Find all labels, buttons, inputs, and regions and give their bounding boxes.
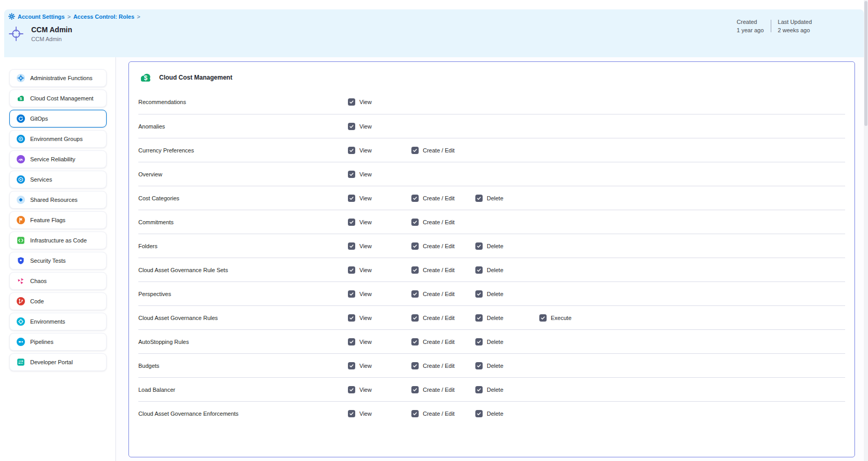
sidebar-item-environment-groups[interactable]: Environment Groups [9,130,107,148]
checkbox-label: View [359,171,372,177]
checkbox-label: View [359,339,372,345]
view-checkbox[interactable] [348,123,355,130]
delete-checkbox[interactable] [475,314,483,322]
permission-row-cost-categories: Cost Categories View Create / Edit Delet… [138,186,845,210]
create-edit-checkbox[interactable] [411,314,419,322]
services-icon [17,175,25,184]
permission-row-commitments: Commitments View Create / Edit [138,210,845,234]
permission-row-budgets: Budgets View Create / Edit Delete [138,353,845,377]
checkbox-label: Create / Edit [423,195,455,201]
sidebar-item-cloud-cost-management[interactable]: $ Cloud Cost Management [9,89,107,107]
sidebar-item-label: Chaos [30,278,47,284]
delete-checkbox[interactable] [475,290,483,298]
sidebar-item-chaos[interactable]: Chaos [9,272,107,290]
scrollbar-thumb[interactable] [864,1,867,126]
create-edit-checkbox[interactable] [411,362,419,369]
checkbox-label: Create / Edit [423,411,455,417]
permission-cell-create-edit: Create / Edit [411,147,475,154]
view-checkbox[interactable] [348,266,355,274]
sidebar-item-label: Administrative Functions [30,75,93,81]
page: Account Settings > Access Control: Roles… [0,0,868,461]
execute-checkbox[interactable] [539,314,547,322]
sidebar-item-services[interactable]: Services [9,171,107,188]
sidebar-item-label: Services [30,176,52,183]
sidebar-item-shared-resources[interactable]: Shared Resources [9,191,107,209]
sidebar-item-label: Cloud Cost Management [30,95,94,101]
create-edit-checkbox[interactable] [411,195,419,202]
view-checkbox[interactable] [348,171,355,178]
resource-label: Budgets [138,363,348,369]
checkbox-label: Delete [487,195,503,201]
permission-cell-view: View [348,98,411,106]
permission-cell-view: View [348,386,411,393]
permission-cell-delete: Delete [475,410,539,417]
role-header: CCM Admin CCM Admin [8,25,72,42]
permission-cell-view: View [348,290,411,298]
view-checkbox[interactable] [348,338,355,345]
permission-cell-create-edit: Create / Edit [411,338,475,345]
sidebar-item-label: Developer Portal [30,359,73,365]
sidebar-item-developer-portal[interactable]: Developer Portal [9,353,107,371]
resource-label: Perspectives [138,291,348,297]
delete-checkbox[interactable] [475,195,483,202]
view-checkbox[interactable] [348,98,355,106]
create-edit-checkbox[interactable] [411,242,419,250]
checkbox-label: Create / Edit [423,219,455,225]
admin-functions-icon [17,74,25,82]
checkbox-label: View [359,123,372,130]
create-edit-checkbox[interactable] [411,386,419,393]
delete-checkbox[interactable] [475,266,483,274]
view-checkbox[interactable] [348,195,355,202]
created-label: Created [737,19,764,25]
create-edit-checkbox[interactable] [411,147,419,154]
checkbox-label: Create / Edit [423,291,455,297]
view-checkbox[interactable] [348,242,355,250]
view-checkbox[interactable] [348,219,355,226]
page-title: CCM Admin [31,25,72,34]
sidebar-item-environments[interactable]: Environments [9,313,107,330]
checkbox-label: View [359,147,372,153]
checkbox-label: Delete [487,339,503,345]
delete-checkbox[interactable] [475,386,483,393]
sidebar-item-pipelines[interactable]: Pipelines [9,333,107,351]
sidebar-item-label: Pipelines [30,339,54,345]
page-scrollbar[interactable] [864,0,868,461]
permissions-section-title: Cloud Cost Management [159,74,232,81]
view-checkbox[interactable] [348,147,355,154]
view-checkbox[interactable] [348,362,355,369]
checkbox-label: Create / Edit [423,315,455,321]
role-crosshair-icon [8,25,24,42]
sidebar-item-gitops[interactable]: GitOps [9,110,107,127]
view-checkbox[interactable] [348,290,355,298]
security-tests-icon [17,257,25,265]
view-checkbox[interactable] [348,314,355,322]
create-edit-checkbox[interactable] [411,219,419,226]
checkbox-label: Create / Edit [423,267,455,273]
view-checkbox[interactable] [348,410,355,417]
breadcrumb-account-settings[interactable]: Account Settings [18,14,64,20]
sidebar-item-feature-flags[interactable]: Feature Flags [9,211,107,229]
create-edit-checkbox[interactable] [411,266,419,274]
delete-checkbox[interactable] [475,410,483,417]
module-sidebar: Administrative Functions $ Cloud Cost Ma… [4,57,116,461]
sidebar-item-infrastructure-as-code[interactable]: Infrastructure as Code [9,232,107,249]
checkbox-label: View [359,387,372,393]
sidebar-item-service-reliability[interactable]: Service Reliability [9,150,107,168]
delete-checkbox[interactable] [475,362,483,369]
breadcrumb: Account Settings > Access Control: Roles… [8,13,140,20]
sidebar-item-label: Environment Groups [30,136,83,142]
create-edit-checkbox[interactable] [411,290,419,298]
code-icon [17,297,25,305]
resource-label: Folders [138,243,348,249]
sidebar-item-code[interactable]: Code [9,292,107,310]
sidebar-item-security-tests[interactable]: Security Tests [9,252,107,270]
create-edit-checkbox[interactable] [411,338,419,345]
sidebar-item-label: Security Tests [30,258,66,264]
checkbox-label: View [359,219,372,225]
breadcrumb-access-control-roles[interactable]: Access Control: Roles [73,14,134,20]
sidebar-item-administrative-functions[interactable]: Administrative Functions [9,69,107,87]
view-checkbox[interactable] [348,386,355,393]
delete-checkbox[interactable] [475,338,483,345]
create-edit-checkbox[interactable] [411,410,419,417]
delete-checkbox[interactable] [475,242,483,250]
